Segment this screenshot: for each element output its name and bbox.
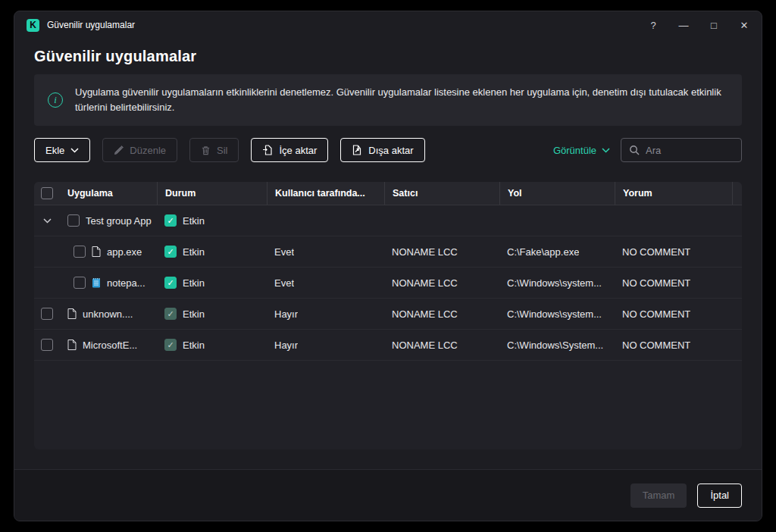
toolbar: Ekle Düzenle Sil İçe aktar Dışa aktar	[34, 138, 742, 162]
applications-table: Uygulama Durum Kullanıcı tarafında... Sa…	[34, 182, 742, 449]
table-row[interactable]: app.exe Etkin Evet NONAME LCC C:\Fake\ap…	[34, 236, 742, 268]
app-name: MicrosoftE...	[83, 340, 137, 351]
status-checkbox[interactable]	[164, 308, 177, 320]
app-name: notepa...	[107, 277, 146, 289]
app-name: app.exe	[107, 246, 142, 258]
cell-path: C:\Windows\System...	[507, 340, 603, 351]
delete-button-label: Sil	[217, 145, 227, 156]
row-checkbox[interactable]	[74, 277, 86, 289]
table-header: Uygulama Durum Kullanıcı tarafında... Sa…	[34, 182, 742, 205]
app-window: K Güvenilir uygulamalar ? — □ ✕ Güvenili…	[14, 11, 762, 521]
export-button-label: Dışa aktar	[368, 145, 413, 156]
add-button[interactable]: Ekle	[34, 138, 90, 162]
export-icon	[352, 145, 362, 155]
cell-vendor: NONAME LCC	[392, 277, 458, 289]
status-label: Etkin	[183, 215, 205, 227]
cell-vendor: NONAME LCC	[392, 246, 458, 258]
row-checkbox[interactable]	[41, 308, 53, 320]
view-dropdown-label: Görüntüle	[553, 145, 596, 156]
column-header-spacer	[732, 182, 742, 205]
column-header-vendor[interactable]: Satıcı	[384, 182, 499, 205]
info-icon: i	[48, 92, 63, 108]
cell-vendor: NONAME LCC	[392, 308, 458, 320]
cell-vendor: NONAME LCC	[392, 340, 458, 351]
collapse-chevron-icon[interactable]	[43, 218, 52, 224]
column-header-comment[interactable]: Yorum	[615, 182, 732, 205]
row-checkbox[interactable]	[41, 339, 53, 351]
cell-path: C:\Windows\system...	[507, 277, 602, 289]
toolbar-right: Görüntüle	[553, 138, 742, 162]
ok-button[interactable]: Tamam	[630, 483, 687, 508]
delete-button[interactable]: Sil	[189, 138, 239, 162]
status-checkbox[interactable]	[164, 246, 177, 258]
app-name: unknown....	[83, 308, 133, 320]
status-checkbox[interactable]	[164, 277, 177, 289]
add-button-label: Ekle	[45, 145, 64, 156]
file-icon	[67, 308, 77, 319]
titlebar: K Güvenilir uygulamalar ? — □ ✕	[14, 11, 762, 39]
search-box	[621, 138, 742, 162]
column-header-app[interactable]: Uygulama	[60, 182, 157, 205]
kaspersky-logo-icon: K	[27, 19, 39, 32]
cell-comment: NO COMMENT	[622, 340, 690, 351]
status-label: Etkin	[183, 246, 205, 258]
help-button[interactable]: ?	[648, 20, 659, 31]
status-label: Etkin	[183, 340, 205, 351]
maximize-button[interactable]: □	[709, 20, 719, 31]
cell-comment: NO COMMENT	[622, 308, 690, 320]
pencil-icon	[114, 146, 124, 155]
edit-button[interactable]: Düzenle	[102, 138, 177, 162]
export-button[interactable]: Dışa aktar	[340, 138, 424, 162]
trash-icon	[201, 146, 211, 155]
row-checkbox[interactable]	[67, 214, 80, 227]
table-row[interactable]: notepa... Etkin Evet NONAME LCC C:\Windo…	[34, 268, 742, 299]
column-header-status[interactable]: Durum	[157, 182, 267, 205]
cell-user: Hayır	[274, 308, 298, 320]
cell-path: C:\Fake\app.exe	[507, 246, 579, 258]
cell-path: C:\Windows\system...	[507, 308, 602, 320]
import-button[interactable]: İçe aktar	[251, 138, 328, 162]
info-banner: i Uygulama güvenilir uygulamaların etkin…	[34, 74, 742, 126]
window-title: Güvenilir uygulamalar	[47, 20, 135, 30]
chevron-down-icon	[602, 148, 610, 153]
close-button[interactable]: ✕	[739, 20, 749, 31]
notepad-icon	[92, 277, 101, 288]
cell-user: Hayır	[274, 340, 298, 351]
status-checkbox[interactable]	[164, 339, 177, 351]
minimize-button[interactable]: —	[678, 20, 689, 31]
table-row[interactable]: unknown.... Etkin Hayır NONAME LCC C:\Wi…	[34, 299, 742, 330]
search-icon	[629, 145, 640, 155]
cell-user: Evet	[274, 277, 294, 289]
status-label: Etkin	[183, 308, 205, 320]
cancel-button[interactable]: İptal	[697, 483, 742, 508]
info-text: Uygulama güvenilir uygulamaların etkinli…	[75, 85, 728, 115]
status-checkbox[interactable]	[164, 214, 177, 227]
import-button-label: İçe aktar	[279, 145, 317, 156]
chevron-down-icon	[70, 148, 79, 153]
select-all-checkbox[interactable]	[41, 187, 53, 199]
cell-comment: NO COMMENT	[622, 246, 690, 258]
cell-comment: NO COMMENT	[622, 277, 690, 289]
column-header-path[interactable]: Yol	[499, 182, 615, 205]
cell-user: Evet	[274, 246, 294, 258]
column-header-user[interactable]: Kullanıcı tarafında...	[267, 182, 384, 205]
group-name: Test group App	[86, 215, 152, 227]
row-checkbox[interactable]	[74, 246, 86, 258]
footer: Tamam İptal	[14, 469, 762, 521]
window-controls: ? — □ ✕	[648, 20, 749, 31]
page-title: Güvenilir uygulamalar	[34, 48, 742, 65]
file-icon	[92, 246, 101, 257]
status-label: Etkin	[183, 277, 205, 289]
table-row[interactable]: MicrosoftE... Etkin Hayır NONAME LCC C:\…	[34, 330, 742, 361]
import-icon	[262, 145, 273, 155]
file-icon	[67, 340, 77, 350]
view-dropdown[interactable]: Görüntüle	[553, 145, 610, 156]
table-group-row[interactable]: Test group App Etkin	[34, 205, 742, 236]
edit-button-label: Düzenle	[130, 145, 166, 156]
search-input[interactable]	[646, 145, 734, 156]
